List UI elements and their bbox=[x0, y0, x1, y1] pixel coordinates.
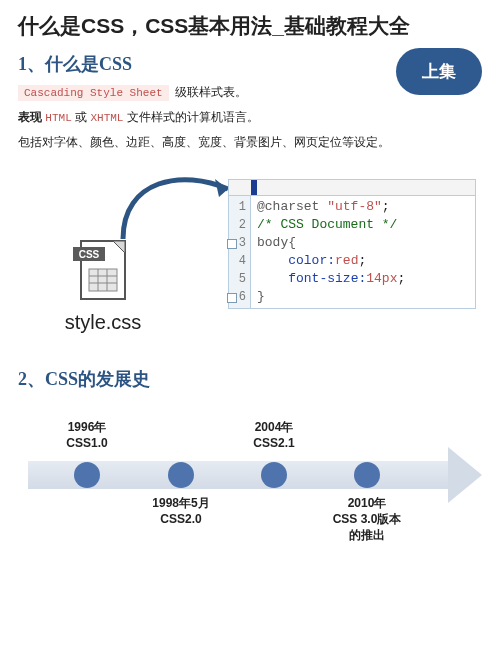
timeline-year: 1996年 bbox=[42, 419, 132, 435]
line2-suffix: 文件样式的计算机语言。 bbox=[127, 110, 259, 124]
code-line: body{ bbox=[257, 234, 405, 252]
timeline-year: 1998年5月 bbox=[136, 495, 226, 511]
timeline-version: CSS 3.0版本 的推出 bbox=[322, 511, 412, 543]
term-codebox: Cascading Style Sheet bbox=[18, 85, 169, 101]
code-line: @charset "utf-8"; bbox=[257, 198, 405, 216]
editor-ruler: |----+----1----+----2- bbox=[229, 180, 475, 196]
illustration-row: CSS style.css |----+----1----+----2- 123… bbox=[18, 165, 482, 345]
episode-badge: 上集 bbox=[396, 48, 482, 95]
line-gutter: 123456 bbox=[229, 196, 251, 308]
gutter-line: 1 bbox=[229, 198, 246, 216]
timeline-label: 1998年5月CSS2.0 bbox=[136, 495, 226, 527]
timeline-label: 2004年CSS2.1 bbox=[229, 419, 319, 451]
html-term: HTML bbox=[45, 112, 71, 124]
line2-prefix: 表现 bbox=[18, 110, 42, 124]
curved-arrow-icon bbox=[113, 159, 243, 259]
svg-text:CSS: CSS bbox=[79, 249, 100, 260]
section2-heading: 2、CSS的发展史 bbox=[18, 367, 482, 391]
ruler-cursor-icon bbox=[251, 180, 257, 196]
timeline-dot bbox=[354, 462, 380, 488]
code-line: color:red; bbox=[257, 252, 405, 270]
term-desc: 级联样式表。 bbox=[175, 84, 247, 101]
svg-marker-0 bbox=[215, 179, 228, 197]
timeline-dot bbox=[168, 462, 194, 488]
svg-rect-5 bbox=[89, 269, 117, 291]
timeline-dot bbox=[261, 462, 287, 488]
description-line-2: 表现 HTML 或 XHTML 文件样式的计算机语言。 bbox=[18, 109, 482, 126]
code-lines: @charset "utf-8";/* CSS Document */body{… bbox=[251, 196, 411, 308]
code-editor: |----+----1----+----2- 123456 @charset "… bbox=[228, 179, 476, 309]
timeline-year: 2010年 bbox=[322, 495, 412, 511]
gutter-line: 4 bbox=[229, 252, 246, 270]
timeline-arrowhead-icon bbox=[448, 447, 482, 503]
gutter-line: 3 bbox=[229, 234, 246, 252]
gutter-line: 6 bbox=[229, 288, 246, 306]
gutter-line: 2 bbox=[229, 216, 246, 234]
timeline-version: CSS1.0 bbox=[42, 435, 132, 451]
code-line: font-size:14px; bbox=[257, 270, 405, 288]
file-name-label: style.css bbox=[65, 311, 142, 334]
timeline-year: 2004年 bbox=[229, 419, 319, 435]
timeline-dot bbox=[74, 462, 100, 488]
page-title: 什么是CSS，CSS基本用法_基础教程大全 bbox=[18, 12, 482, 40]
line2-or: 或 bbox=[75, 110, 87, 124]
timeline: 1996年CSS1.01998年5月CSS2.02004年CSS2.12010年… bbox=[18, 399, 482, 549]
code-line: } bbox=[257, 288, 405, 306]
xhtml-term: XHTML bbox=[90, 112, 123, 124]
timeline-version: CSS2.1 bbox=[229, 435, 319, 451]
timeline-label: 1996年CSS1.0 bbox=[42, 419, 132, 451]
gutter-line: 5 bbox=[229, 270, 246, 288]
timeline-version: CSS2.0 bbox=[136, 511, 226, 527]
description-line-3: 包括对字体、颜色、边距、高度、宽度、背景图片、网页定位等设定。 bbox=[18, 134, 482, 151]
timeline-label: 2010年CSS 3.0版本 的推出 bbox=[322, 495, 412, 544]
code-line: /* CSS Document */ bbox=[257, 216, 405, 234]
